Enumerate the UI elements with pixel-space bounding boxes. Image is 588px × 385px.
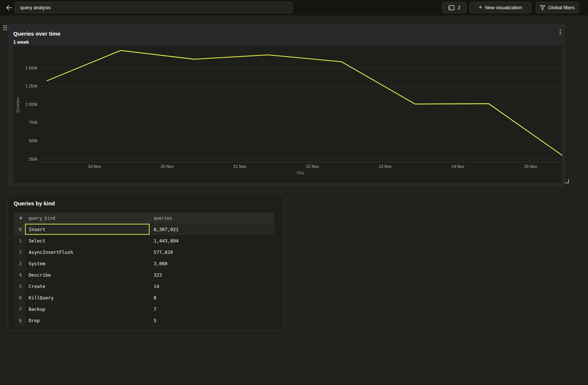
queries-over-time-chart[interactable]: 250k500k750k1 000k1 250k1 500k19 Nov20 N…: [13, 46, 562, 183]
console-count-label: 2: [458, 5, 460, 10]
new-visualization-button[interactable]: + New visualization: [470, 2, 531, 13]
table-row: 2AsyncInsertFlush577,820: [14, 246, 274, 258]
queries-cell[interactable]: 1,443,894: [150, 235, 274, 246]
svg-text:21 Nov: 21 Nov: [233, 164, 246, 169]
table-panel-title: Queries by kind: [14, 200, 55, 206]
query-kind-cell[interactable]: Insert: [25, 224, 150, 235]
global-filters-button[interactable]: Global filters: [536, 2, 579, 13]
svg-text:Queries: Queries: [15, 98, 20, 113]
table-row: 8Drop5: [14, 314, 274, 326]
table-row: 5Create14: [14, 280, 274, 292]
funnel-icon: [540, 5, 545, 10]
table-row: 7Backup7: [14, 303, 274, 314]
row-index: 8: [14, 315, 25, 326]
plus-icon: +: [479, 4, 482, 11]
sql-console-icon: [448, 5, 455, 10]
svg-text:20 Nov: 20 Nov: [161, 164, 173, 169]
global-filters-label: Global filters: [548, 5, 575, 10]
column-header-index[interactable]: #: [14, 216, 25, 221]
queries-cell[interactable]: 7: [150, 303, 274, 314]
queries-cell[interactable]: 14: [150, 281, 274, 292]
table-row: 0Insert8,307,021: [14, 223, 274, 235]
table-row: 6KillQuery8: [14, 292, 274, 303]
kebab-vertical-icon[interactable]: [557, 29, 563, 35]
table-row: 3System3,060: [14, 258, 274, 269]
svg-text:23 Nov: 23 Nov: [379, 164, 392, 169]
row-index: 5: [14, 281, 25, 292]
queries-cell[interactable]: 8: [150, 292, 274, 303]
resize-corner-icon[interactable]: [565, 179, 569, 183]
query-kind-cell[interactable]: KillQuery: [25, 292, 150, 303]
svg-text:22 Nov: 22 Nov: [306, 164, 319, 169]
queries-cell[interactable]: 323: [150, 269, 274, 280]
chart-panel-subtitle: 1 week: [13, 39, 29, 45]
svg-text:750k: 750k: [29, 120, 37, 125]
svg-text:24 Nov: 24 Nov: [452, 164, 465, 169]
queries-table-body: 0Insert8,307,0211Select1,443,8942AsyncIn…: [14, 223, 274, 326]
svg-text:19 Nov: 19 Nov: [88, 164, 101, 169]
dashboard-title-input[interactable]: [15, 2, 293, 13]
chart-plot-area: 250k500k750k1 000k1 250k1 500k19 Nov20 N…: [13, 46, 562, 183]
sql-console-count-button[interactable]: 2: [442, 2, 467, 13]
table-row: 4Describe323: [14, 269, 274, 280]
row-index: 7: [14, 303, 25, 314]
queries-cell[interactable]: 5: [150, 315, 274, 326]
row-index: 6: [14, 292, 25, 303]
svg-text:250k: 250k: [29, 157, 37, 161]
row-index: 1: [14, 235, 25, 246]
table-row: 1Select1,443,894: [14, 235, 274, 246]
query-kind-cell[interactable]: Drop: [25, 315, 150, 326]
row-index: 4: [14, 269, 25, 280]
new-visualization-label: New visualization: [485, 5, 522, 10]
row-index: 0: [14, 224, 25, 235]
column-header-query-kind[interactable]: query_kind: [25, 216, 150, 221]
query-kind-cell[interactable]: Describe: [25, 269, 150, 280]
queries-by-kind-panel: Queries by kind # query_kind queries 0In…: [8, 194, 285, 330]
column-header-queries[interactable]: queries: [150, 216, 274, 221]
row-index: 3: [14, 258, 25, 269]
svg-text:1 500k: 1 500k: [25, 66, 38, 70]
queries-cell[interactable]: 3,060: [150, 258, 274, 269]
svg-text:500k: 500k: [29, 138, 37, 143]
queries-over-time-panel: Queries over time 1 week 250k500k750k1 0…: [8, 24, 565, 186]
svg-text:25 Nov: 25 Nov: [524, 164, 537, 169]
row-index: 2: [14, 247, 25, 258]
query-kind-cell[interactable]: System: [25, 258, 150, 269]
queries-cell[interactable]: 577,820: [150, 247, 274, 258]
query-kind-cell[interactable]: Backup: [25, 303, 150, 314]
chart-panel-title: Queries over time: [13, 30, 60, 37]
arrow-left-icon: [6, 5, 12, 10]
queries-cell[interactable]: 8,307,021: [150, 224, 274, 235]
svg-text:Day: Day: [297, 170, 305, 175]
drag-dots-icon[interactable]: [3, 25, 8, 31]
svg-text:1 000k: 1 000k: [25, 102, 38, 107]
query-kind-cell[interactable]: AsyncInsertFlush: [25, 247, 150, 258]
queries-by-kind-table: # query_kind queries 0Insert8,307,0211Se…: [14, 213, 274, 326]
topbar: 2 + New visualization Global filters: [0, 0, 588, 15]
query-kind-cell[interactable]: Select: [25, 235, 150, 246]
query-kind-cell[interactable]: Create: [25, 281, 150, 292]
svg-text:1 250k: 1 250k: [25, 84, 38, 88]
back-button[interactable]: [4, 3, 14, 13]
table-header-row: # query_kind queries: [14, 213, 274, 223]
